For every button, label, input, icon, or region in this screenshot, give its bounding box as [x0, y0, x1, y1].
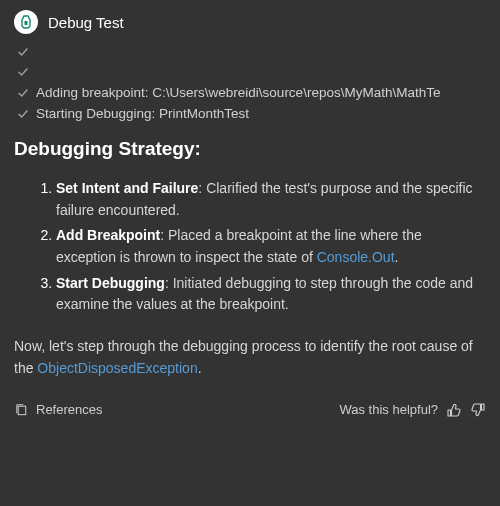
step-title: Add Breakpoint: [56, 227, 160, 243]
code-link-console-out[interactable]: Console.Out: [317, 249, 395, 265]
list-item: Start Debugging: Initiated debugging to …: [56, 273, 476, 316]
check-icon: [16, 65, 30, 79]
references-label: References: [36, 402, 102, 417]
list-item: Add Breakpoint: Placed a breakpoint at t…: [56, 225, 476, 268]
strategy-steps-list: Set Intent and Failure: Clarified the te…: [14, 178, 486, 316]
progress-step: Starting Debugging: PrintMonthTest: [14, 103, 486, 124]
feedback-group: Was this helpful?: [339, 402, 486, 418]
code-link-exception[interactable]: ObjectDisposedException: [37, 360, 197, 376]
panel-header: Debug Test: [14, 10, 486, 34]
progress-step: [14, 62, 486, 82]
svg-rect-0: [25, 21, 28, 25]
strategy-heading: Debugging Strategy:: [14, 138, 486, 160]
check-icon: [16, 107, 30, 121]
progress-label: Adding breakpoint: C:\Users\webreidi\sou…: [36, 85, 440, 100]
progress-step: Adding breakpoint: C:\Users\webreidi\sou…: [14, 82, 486, 103]
progress-label: Starting Debugging: PrintMonthTest: [36, 106, 249, 121]
thumbs-up-icon[interactable]: [446, 402, 462, 418]
panel-footer: References Was this helpful?: [14, 402, 486, 418]
step-desc-suffix: .: [395, 249, 399, 265]
panel-title: Debug Test: [48, 14, 124, 31]
svg-rect-1: [18, 406, 26, 414]
list-item: Set Intent and Failure: Clarified the te…: [56, 178, 476, 221]
body-paragraph: Now, let's step through the debugging pr…: [14, 336, 486, 379]
step-title: Start Debugging: [56, 275, 165, 291]
body-suffix: .: [198, 360, 202, 376]
check-icon: [16, 45, 30, 59]
helpful-label: Was this helpful?: [339, 402, 438, 417]
thumbs-down-icon[interactable]: [470, 402, 486, 418]
progress-step: [14, 42, 486, 62]
references-button[interactable]: References: [14, 402, 102, 417]
check-icon: [16, 86, 30, 100]
copy-icon: [14, 402, 29, 417]
step-title: Set Intent and Failure: [56, 180, 198, 196]
debug-test-icon: [14, 10, 38, 34]
